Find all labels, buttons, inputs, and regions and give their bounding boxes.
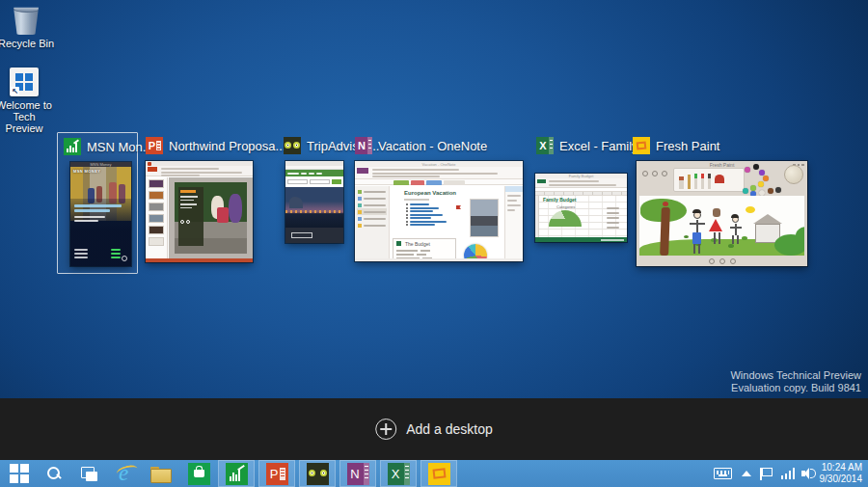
task-view-card-excel[interactable]: X Excel - Family... Family Budget Family… bbox=[534, 132, 629, 243]
msn-headline-lines bbox=[74, 204, 125, 224]
window-title-row[interactable]: P Northwind Proposa... bbox=[146, 136, 285, 155]
excel-pie-chart bbox=[549, 210, 582, 227]
show-hidden-icons-button[interactable] bbox=[737, 460, 756, 487]
yellow-paint-dab bbox=[746, 206, 755, 213]
desktop-icon-recycle-bin[interactable]: Recycle Bin bbox=[0, 6, 55, 49]
clock-time: 10:24 AM bbox=[820, 462, 863, 473]
clock-date: 9/30/2014 bbox=[820, 473, 863, 485]
chart-arrow-glyph bbox=[237, 464, 245, 470]
powerpoint-icon: P bbox=[266, 463, 288, 485]
brush-green-icon bbox=[694, 174, 697, 189]
msn-stock-ticker bbox=[74, 249, 121, 260]
fresh-paint-icon bbox=[633, 137, 650, 154]
spreadsheet-glyph bbox=[549, 137, 554, 154]
window-thumbnail-onenote[interactable]: Vacation - OneNote European Vacatio bbox=[355, 161, 523, 261]
add-desktop-button[interactable]: Add a desktop bbox=[375, 419, 493, 440]
canvas-frame-glyph bbox=[432, 468, 446, 478]
onenote-scrollbar bbox=[355, 258, 523, 261]
window-title-row[interactable]: Fresh Paint bbox=[633, 136, 719, 155]
welcome-shortcut-icon: ↖ bbox=[10, 68, 39, 96]
internet-explorer-button[interactable]: e bbox=[106, 460, 141, 487]
paint-tube-icon bbox=[679, 176, 684, 189]
task-view-card-powerpoint[interactable]: P Northwind Proposa... bbox=[144, 132, 255, 263]
window-thumbnail-msn-money[interactable]: MSN Money MSN MONEY bbox=[70, 162, 131, 266]
task-view-button[interactable] bbox=[73, 460, 104, 487]
chevron-up-icon bbox=[742, 471, 751, 476]
slide-glyph bbox=[156, 141, 161, 150]
taskbar-app-fresh-paint[interactable] bbox=[420, 460, 457, 487]
touch-keyboard-button[interactable] bbox=[710, 460, 735, 487]
taskbar-app-tripadvisor[interactable] bbox=[299, 460, 336, 487]
freshpaint-toolbar bbox=[673, 168, 745, 192]
onenote-date-line bbox=[404, 199, 429, 201]
ppt-slide-panel bbox=[146, 177, 168, 258]
flag-icon bbox=[760, 468, 772, 480]
window-thumbnail-tripadvisor[interactable] bbox=[285, 161, 343, 243]
taskbar-clock[interactable]: 10:24 AM 9/30/2014 bbox=[820, 460, 863, 487]
taskbar-app-msn-money[interactable] bbox=[218, 460, 255, 487]
paint-dab bbox=[745, 167, 750, 173]
window-title-row[interactable]: N Vacation - OneNote bbox=[355, 136, 487, 155]
taskbar: e P N bbox=[0, 460, 868, 487]
girl-leg bbox=[714, 232, 716, 244]
tripadvisor-icon bbox=[284, 137, 301, 154]
chart-bars-glyph bbox=[67, 143, 77, 152]
action-center-button[interactable] bbox=[756, 460, 775, 487]
powerpoint-icon: P bbox=[146, 137, 163, 154]
drawing-kid-hair bbox=[731, 214, 739, 218]
store-button[interactable] bbox=[183, 460, 214, 487]
onenote-section-tabs bbox=[355, 179, 523, 185]
start-button[interactable] bbox=[4, 460, 35, 487]
msn-money-icon bbox=[64, 138, 81, 155]
photo-hill bbox=[289, 197, 303, 208]
excel-embed-icon bbox=[396, 241, 401, 246]
paint-dab bbox=[743, 188, 748, 194]
search-button[interactable] bbox=[39, 460, 69, 487]
window-thumbnail-fresh-paint[interactable]: Fresh Paint bbox=[637, 161, 807, 266]
excel-icon: X bbox=[388, 463, 410, 485]
drawing-girl-head bbox=[713, 208, 720, 217]
boy-leg bbox=[693, 244, 695, 254]
kid-body bbox=[735, 224, 737, 235]
spreadsheet-glyph bbox=[404, 463, 410, 485]
plus-circle-icon bbox=[375, 419, 396, 440]
taskbar-app-onenote[interactable]: N bbox=[339, 460, 376, 487]
window-thumbnail-powerpoint[interactable] bbox=[146, 161, 253, 262]
task-view-card-msn-money[interactable]: MSN Mon... MSN Money MSN MONEY bbox=[57, 132, 138, 274]
onenote-page-title: European Vacation bbox=[404, 190, 456, 196]
paint-dab bbox=[763, 176, 769, 181]
freshpaint-canvas[interactable] bbox=[639, 196, 804, 256]
onenote-page: European Vacation The Budget bbox=[391, 186, 503, 258]
desktop-icon-welcome-to-tech-preview[interactable]: ↖ Welcome to Tech Preview bbox=[0, 68, 53, 134]
file-explorer-button[interactable] bbox=[143, 460, 177, 487]
taskbar-app-powerpoint[interactable]: P bbox=[258, 460, 295, 487]
drawing-boy-hair bbox=[692, 209, 701, 213]
window-title: Northwind Proposa... bbox=[169, 139, 285, 153]
task-view-card-tripadvisor[interactable]: TripAdvisor... bbox=[282, 132, 347, 245]
photo-figure bbox=[217, 207, 229, 223]
mini-ribbon bbox=[146, 166, 253, 176]
windows-task-view-screen: Recycle Bin ↖ Welcome to Tech Preview Wi… bbox=[0, 0, 868, 487]
onenote-photo bbox=[471, 200, 498, 236]
task-view-card-onenote[interactable]: N Vacation - OneNote Vacation - OneNote bbox=[353, 132, 525, 262]
window-title-row[interactable]: MSN Mon... bbox=[64, 137, 153, 156]
drawing-boy-pants bbox=[692, 232, 701, 244]
task-view-card-fresh-paint[interactable]: Fresh Paint Fresh Paint bbox=[631, 132, 810, 267]
volume-button[interactable] bbox=[799, 460, 820, 487]
tripadvisor-footer bbox=[285, 228, 343, 243]
tripadvisor-icon bbox=[307, 463, 329, 485]
ppt-status-bar bbox=[146, 258, 253, 262]
drawing-tree-trunk bbox=[660, 207, 670, 256]
ppt-stage bbox=[169, 177, 253, 258]
taskbar-app-excel[interactable]: X bbox=[380, 460, 417, 487]
paint-dab bbox=[758, 181, 764, 187]
window-thumbnail-excel[interactable]: Family Budget Family Budget Categories bbox=[535, 174, 627, 242]
brush-red-icon bbox=[701, 174, 704, 189]
onenote-pages-pane bbox=[504, 186, 523, 258]
notebook-glyph bbox=[367, 137, 372, 154]
network-button[interactable] bbox=[777, 460, 799, 487]
search-icon bbox=[46, 466, 62, 481]
watermark-line2: Evaluation copy. Build 9841 bbox=[730, 382, 861, 394]
keyboard-icon bbox=[714, 468, 732, 479]
paint-dab bbox=[768, 188, 773, 194]
